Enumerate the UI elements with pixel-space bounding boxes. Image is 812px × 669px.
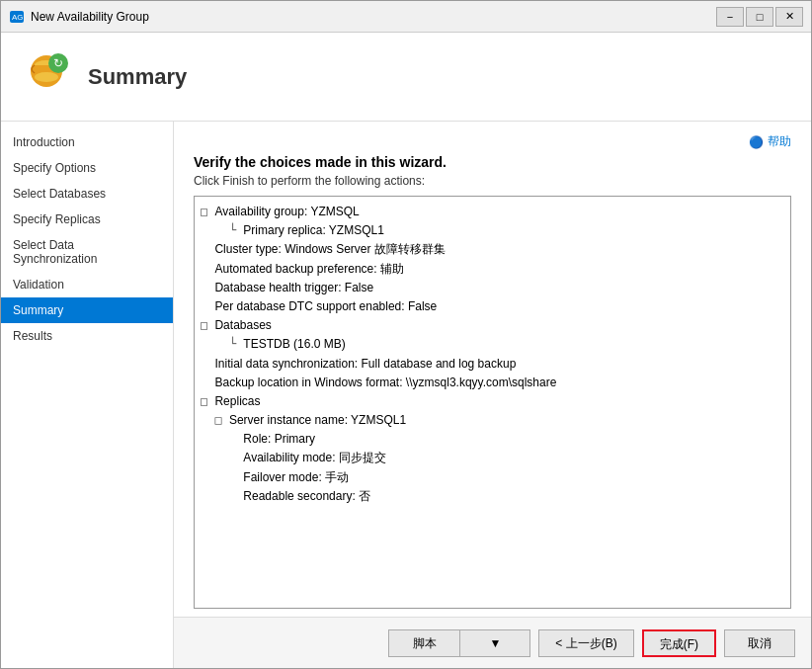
main-content: Verify the choices made in this wizard. …	[174, 154, 811, 617]
tree-item: Failover mode: 手动	[201, 468, 784, 487]
sidebar-item-introduction[interactable]: Introduction	[1, 129, 173, 155]
close-button[interactable]: ✕	[775, 7, 803, 27]
page-header: ↻ Summary	[1, 33, 811, 122]
script-button[interactable]: 脚本	[388, 629, 459, 657]
script-button-group: 脚本 ▼	[388, 629, 530, 657]
tree-item: └ TESTDB (16.0 MB)	[201, 335, 784, 354]
back-button[interactable]: < 上一步(B)	[538, 629, 633, 657]
tree-item: Readable secondary: 否	[201, 487, 784, 506]
summary-tree[interactable]: □ Availability group: YZMSQL └ Primary r…	[194, 196, 791, 609]
sidebar-item-validation[interactable]: Validation	[1, 272, 173, 297]
title-bar-buttons: − □ ✕	[716, 7, 803, 27]
header-icon: ↻	[21, 51, 72, 103]
help-icon: 🔵	[749, 135, 764, 149]
sidebar-item-summary[interactable]: Summary	[1, 297, 173, 323]
tree-item: Availability mode: 同步提交	[201, 449, 784, 467]
sidebar-item-select-databases[interactable]: Select Databases	[1, 181, 173, 207]
title-bar-text: New Availability Group	[31, 10, 716, 24]
cancel-button[interactable]: 取消	[724, 629, 795, 657]
sidebar-item-specify-options[interactable]: Specify Options	[1, 155, 173, 181]
content-area: Introduction Specify Options Select Data…	[1, 122, 811, 668]
script-dropdown-button[interactable]: ▼	[459, 629, 530, 657]
svg-point-5	[35, 72, 58, 82]
finish-button[interactable]: 完成(F)	[642, 629, 716, 657]
tree-item: Cluster type: Windows Server 故障转移群集	[201, 240, 784, 259]
sidebar: Introduction Specify Options Select Data…	[1, 122, 174, 668]
sidebar-item-results[interactable]: Results	[1, 323, 173, 349]
page-title: Summary	[88, 64, 187, 90]
tree-item: □ Databases	[201, 316, 784, 335]
tree-item: Automated backup preference: 辅助	[201, 260, 784, 279]
help-label: 帮助	[768, 133, 791, 150]
main-panel: 🔵 帮助 Verify the choices made in this wiz…	[174, 122, 811, 668]
tree-item: □ Availability group: YZMSQL	[201, 203, 784, 221]
svg-text:AG: AG	[12, 13, 24, 22]
tree-item: Initial data synchronization: Full datab…	[201, 355, 784, 374]
title-bar: AG New Availability Group − □ ✕	[1, 1, 811, 33]
help-link[interactable]: 🔵 帮助	[749, 133, 791, 150]
minimize-button[interactable]: −	[716, 7, 744, 27]
tree-item: Role: Primary	[201, 430, 784, 449]
restore-button[interactable]: □	[746, 7, 773, 27]
tree-item: Backup location in Windows format: \\yzm…	[201, 374, 784, 392]
tree-item: └ Primary replica: YZMSQL1	[201, 221, 784, 240]
main-heading: Verify the choices made in this wizard.	[194, 154, 791, 170]
svg-text:↻: ↻	[53, 56, 63, 70]
main-subtext: Click Finish to perform the following ac…	[194, 174, 791, 188]
tree-item: □ Server instance name: YZMSQL1	[201, 411, 784, 430]
window: AG New Availability Group − □ ✕ ↻ Summar	[0, 0, 812, 669]
tree-item: Database health trigger: False	[201, 279, 784, 297]
bottom-bar: 脚本 ▼ < 上一步(B) 完成(F) 取消	[174, 617, 811, 668]
sidebar-item-select-data-sync[interactable]: Select Data Synchronization	[1, 232, 173, 272]
top-section: 🔵 帮助	[174, 122, 811, 154]
tree-item: □ Replicas	[201, 392, 784, 411]
sidebar-item-specify-replicas[interactable]: Specify Replicas	[1, 207, 173, 232]
tree-item: Per database DTC support enabled: False	[201, 297, 784, 316]
window-icon: AG	[9, 9, 25, 25]
